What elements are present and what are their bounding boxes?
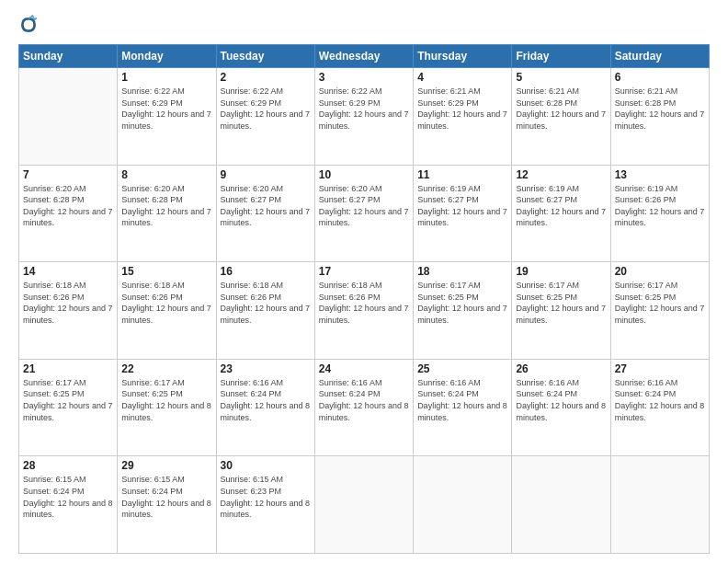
day-info: Sunrise: 6:15 AMSunset: 6:23 PMDaylight:… (221, 474, 311, 520)
calendar-cell: 4Sunrise: 6:21 AMSunset: 6:29 PMDaylight… (414, 68, 512, 166)
day-info: Sunrise: 6:20 AMSunset: 6:28 PMDaylight:… (23, 183, 113, 229)
day-info: Sunrise: 6:17 AMSunset: 6:25 PMDaylight:… (417, 280, 507, 326)
day-info: Sunrise: 6:21 AMSunset: 6:29 PMDaylight:… (417, 86, 507, 132)
day-number: 18 (417, 265, 507, 278)
day-info: Sunrise: 6:15 AMSunset: 6:24 PMDaylight:… (23, 474, 113, 520)
day-info: Sunrise: 6:18 AMSunset: 6:26 PMDaylight:… (221, 280, 311, 326)
day-number: 21 (23, 362, 113, 375)
day-info: Sunrise: 6:17 AMSunset: 6:25 PMDaylight:… (615, 280, 705, 326)
day-number: 12 (516, 168, 606, 181)
calendar-cell: 2Sunrise: 6:22 AMSunset: 6:29 PMDaylight… (216, 68, 314, 166)
day-info: Sunrise: 6:18 AMSunset: 6:26 PMDaylight:… (319, 280, 409, 326)
day-number: 9 (221, 168, 311, 181)
day-number: 2 (221, 71, 311, 84)
day-number: 4 (417, 71, 507, 84)
day-number: 16 (221, 265, 311, 278)
day-info: Sunrise: 6:16 AMSunset: 6:24 PMDaylight:… (221, 377, 311, 423)
calendar-cell: 5Sunrise: 6:21 AMSunset: 6:28 PMDaylight… (512, 68, 610, 166)
day-number: 28 (23, 459, 113, 472)
day-info: Sunrise: 6:20 AMSunset: 6:27 PMDaylight:… (319, 183, 409, 229)
day-info: Sunrise: 6:22 AMSunset: 6:29 PMDaylight:… (121, 86, 211, 132)
day-number: 30 (221, 459, 311, 472)
calendar-cell: 30Sunrise: 6:15 AMSunset: 6:23 PMDayligh… (216, 456, 314, 554)
page: SundayMondayTuesdayWednesdayThursdayFrid… (0, 0, 728, 563)
day-number: 6 (615, 71, 705, 84)
calendar-cell: 1Sunrise: 6:22 AMSunset: 6:29 PMDaylight… (118, 68, 216, 166)
day-info: Sunrise: 6:21 AMSunset: 6:28 PMDaylight:… (615, 86, 705, 132)
calendar-cell: 7Sunrise: 6:20 AMSunset: 6:28 PMDaylight… (19, 165, 118, 262)
day-info: Sunrise: 6:19 AMSunset: 6:26 PMDaylight:… (615, 183, 705, 229)
day-number: 7 (23, 168, 113, 181)
calendar-cell (314, 456, 413, 554)
calendar-header-monday: Monday (118, 45, 216, 68)
calendar-cell: 17Sunrise: 6:18 AMSunset: 6:26 PMDayligh… (314, 262, 413, 360)
week-row-5: 28Sunrise: 6:15 AMSunset: 6:24 PMDayligh… (19, 456, 710, 554)
day-number: 24 (319, 362, 409, 375)
calendar-cell: 13Sunrise: 6:19 AMSunset: 6:26 PMDayligh… (610, 165, 709, 262)
day-number: 17 (319, 265, 409, 278)
day-info: Sunrise: 6:18 AMSunset: 6:26 PMDaylight:… (121, 280, 211, 326)
day-number: 11 (417, 168, 507, 181)
day-number: 15 (121, 265, 211, 278)
day-info: Sunrise: 6:17 AMSunset: 6:25 PMDaylight:… (516, 280, 606, 326)
header (18, 15, 710, 35)
calendar-cell (610, 456, 709, 554)
calendar-cell: 24Sunrise: 6:16 AMSunset: 6:24 PMDayligh… (314, 359, 413, 456)
day-number: 22 (121, 362, 211, 375)
day-info: Sunrise: 6:22 AMSunset: 6:29 PMDaylight:… (221, 86, 311, 132)
calendar-cell: 10Sunrise: 6:20 AMSunset: 6:27 PMDayligh… (314, 165, 413, 262)
day-number: 14 (23, 265, 113, 278)
calendar-cell: 28Sunrise: 6:15 AMSunset: 6:24 PMDayligh… (19, 456, 118, 554)
day-number: 23 (221, 362, 311, 375)
day-number: 26 (516, 362, 606, 375)
calendar-header-thursday: Thursday (414, 45, 512, 68)
day-number: 1 (121, 71, 211, 84)
calendar-cell: 9Sunrise: 6:20 AMSunset: 6:27 PMDaylight… (216, 165, 314, 262)
calendar-cell (19, 68, 118, 166)
calendar-cell (414, 456, 512, 554)
day-info: Sunrise: 6:19 AMSunset: 6:27 PMDaylight:… (417, 183, 507, 229)
day-number: 3 (319, 71, 409, 84)
day-number: 25 (417, 362, 507, 375)
calendar-header-wednesday: Wednesday (314, 45, 413, 68)
calendar-cell: 20Sunrise: 6:17 AMSunset: 6:25 PMDayligh… (610, 262, 709, 360)
calendar-cell: 14Sunrise: 6:18 AMSunset: 6:26 PMDayligh… (19, 262, 118, 360)
calendar-cell: 8Sunrise: 6:20 AMSunset: 6:28 PMDaylight… (118, 165, 216, 262)
calendar-cell: 6Sunrise: 6:21 AMSunset: 6:28 PMDaylight… (610, 68, 709, 166)
day-number: 27 (615, 362, 705, 375)
week-row-2: 7Sunrise: 6:20 AMSunset: 6:28 PMDaylight… (19, 165, 710, 262)
day-info: Sunrise: 6:16 AMSunset: 6:24 PMDaylight:… (319, 377, 409, 423)
calendar-cell: 22Sunrise: 6:17 AMSunset: 6:25 PMDayligh… (118, 359, 216, 456)
day-info: Sunrise: 6:21 AMSunset: 6:28 PMDaylight:… (516, 86, 606, 132)
week-row-4: 21Sunrise: 6:17 AMSunset: 6:25 PMDayligh… (19, 359, 710, 456)
calendar-cell: 11Sunrise: 6:19 AMSunset: 6:27 PMDayligh… (414, 165, 512, 262)
day-info: Sunrise: 6:16 AMSunset: 6:24 PMDaylight:… (417, 377, 507, 423)
calendar-header-friday: Friday (512, 45, 610, 68)
calendar-cell: 12Sunrise: 6:19 AMSunset: 6:27 PMDayligh… (512, 165, 610, 262)
logo-icon (18, 15, 39, 35)
day-number: 29 (121, 459, 211, 472)
calendar-cell: 15Sunrise: 6:18 AMSunset: 6:26 PMDayligh… (118, 262, 216, 360)
calendar-cell: 25Sunrise: 6:16 AMSunset: 6:24 PMDayligh… (414, 359, 512, 456)
calendar-header-sunday: Sunday (19, 45, 118, 68)
day-info: Sunrise: 6:22 AMSunset: 6:29 PMDaylight:… (319, 86, 409, 132)
calendar-cell: 19Sunrise: 6:17 AMSunset: 6:25 PMDayligh… (512, 262, 610, 360)
day-info: Sunrise: 6:17 AMSunset: 6:25 PMDaylight:… (23, 377, 113, 423)
week-row-3: 14Sunrise: 6:18 AMSunset: 6:26 PMDayligh… (19, 262, 710, 360)
calendar-cell: 23Sunrise: 6:16 AMSunset: 6:24 PMDayligh… (216, 359, 314, 456)
day-info: Sunrise: 6:20 AMSunset: 6:27 PMDaylight:… (221, 183, 311, 229)
day-info: Sunrise: 6:15 AMSunset: 6:24 PMDaylight:… (121, 474, 211, 520)
day-info: Sunrise: 6:16 AMSunset: 6:24 PMDaylight:… (615, 377, 705, 423)
day-info: Sunrise: 6:16 AMSunset: 6:24 PMDaylight:… (516, 377, 606, 423)
calendar-cell: 16Sunrise: 6:18 AMSunset: 6:26 PMDayligh… (216, 262, 314, 360)
calendar-cell: 29Sunrise: 6:15 AMSunset: 6:24 PMDayligh… (118, 456, 216, 554)
calendar-cell: 26Sunrise: 6:16 AMSunset: 6:24 PMDayligh… (512, 359, 610, 456)
calendar-cell: 21Sunrise: 6:17 AMSunset: 6:25 PMDayligh… (19, 359, 118, 456)
week-row-1: 1Sunrise: 6:22 AMSunset: 6:29 PMDaylight… (19, 68, 710, 166)
day-info: Sunrise: 6:18 AMSunset: 6:26 PMDaylight:… (23, 280, 113, 326)
day-number: 20 (615, 265, 705, 278)
day-info: Sunrise: 6:20 AMSunset: 6:28 PMDaylight:… (121, 183, 211, 229)
calendar-cell: 18Sunrise: 6:17 AMSunset: 6:25 PMDayligh… (414, 262, 512, 360)
day-number: 5 (516, 71, 606, 84)
calendar-header-saturday: Saturday (610, 45, 709, 68)
